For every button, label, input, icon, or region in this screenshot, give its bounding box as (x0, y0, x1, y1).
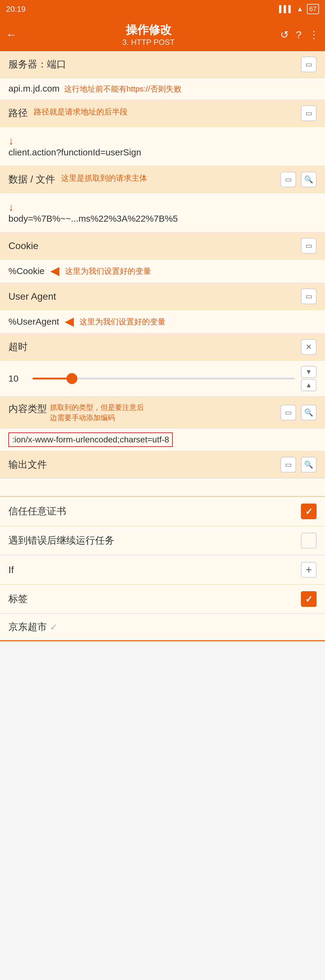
if-row[interactable]: If + (0, 555, 325, 585)
data-arrow-area: ↓ (8, 201, 317, 213)
trust-cert-row[interactable]: 信任任意证书 (0, 497, 325, 526)
useragent-icon-btn[interactable]: ▭ (301, 288, 317, 304)
left-arrow-icon: ◀ (51, 265, 59, 277)
contenttype-annotation: 抓取到的类型，但是要注意后边需要手动添加编码 (50, 402, 146, 423)
useragent-label: User Agent (8, 291, 56, 302)
header: ← 操作修改 3. HTTP POST ↺ ? ⋮ (0, 18, 325, 51)
path-arrow-area: ↓ (8, 135, 317, 147)
signal-icon: ▌▌▌ (279, 5, 293, 13)
path-icon-btn[interactable]: ▭ (301, 105, 317, 121)
slider-thumb[interactable] (67, 373, 77, 384)
outputfile-label: 输出文件 (8, 458, 47, 471)
cookie-label: Cookie (8, 240, 38, 251)
timeout-value: 10 (8, 374, 27, 384)
stepper-down-btn[interactable]: ▼ (301, 366, 317, 378)
path-value: client.action?functionId=userSign (8, 147, 141, 157)
tag-check-icon: ✓ (50, 622, 57, 632)
tags-label: 标签 (8, 592, 28, 606)
useragent-annotation: 这里为我们设置好的变量 (79, 317, 165, 327)
back-button[interactable]: ← (6, 28, 17, 41)
more-button[interactable]: ⋮ (309, 29, 319, 41)
data-label-area: 数据 / 文件 这里是抓取到的请求主体 (8, 173, 147, 186)
status-bar: 20:19 ▌▌▌ ▲ 67 (0, 0, 325, 18)
stepper-up-btn[interactable]: ▲ (301, 379, 317, 391)
contenttype-icons: ▭ 🔍 (281, 405, 317, 420)
outputfile-input-row[interactable] (0, 478, 325, 496)
data-label: 数据 / 文件 (8, 173, 55, 186)
header-title-area: 操作修改 3. HTTP POST (23, 22, 274, 47)
tag-value: 京东超市 (8, 620, 47, 634)
cookie-icon-btn[interactable]: ▭ (301, 238, 317, 254)
status-bar-right: ▌▌▌ ▲ 67 (279, 4, 319, 14)
outputfile-search-btn[interactable]: 🔍 (301, 457, 317, 473)
slider-track[interactable] (33, 378, 295, 379)
useragent-input-row[interactable]: %UserAgent ◀ 这里为我们设置好的变量 (0, 310, 325, 334)
time: 20:19 (6, 5, 25, 14)
main-content: 服务器：端口 ▭ api.m.jd.com 这行地址前不能有https://否则… (0, 51, 325, 641)
outputfile-icons: ▭ 🔍 (281, 457, 317, 473)
contenttype-search-btn[interactable]: 🔍 (301, 405, 317, 420)
contenttype-label-area: 内容类型 抓取到的类型，但是要注意后边需要手动添加编码 (8, 402, 146, 423)
server-icon-btn[interactable]: ▭ (301, 57, 317, 72)
data-input-row[interactable]: ↓ body=%7B%~~...ms%22%3A%22%7B%5 (0, 193, 325, 232)
cookie-section-label: Cookie ▭ (0, 232, 325, 259)
server-input-row[interactable]: api.m.jd.com 这行地址前不能有https://否则失败 (0, 78, 325, 100)
server-label: 服务器：端口 (8, 58, 66, 71)
contenttype-section-label: 内容类型 抓取到的类型，但是要注意后边需要手动添加编码 ▭ 🔍 (0, 397, 325, 428)
data-section-label: 数据 / 文件 这里是抓取到的请求主体 ▭ 🔍 (0, 166, 325, 193)
continue-on-error-label: 遇到错误后继续运行任务 (8, 534, 114, 547)
tags-row[interactable]: 标签 (0, 585, 325, 614)
useragent-icons: ▭ (301, 288, 317, 304)
contenttype-label: 内容类型 (8, 402, 47, 415)
header-actions: ↺ ? ⋮ (280, 29, 319, 41)
useragent-left-arrow-icon: ◀ (65, 315, 73, 328)
timeout-icons: ✕ (301, 339, 317, 355)
battery-indicator: 67 (307, 4, 319, 14)
data-annotation: 这里是抓取到的请求主体 (61, 173, 147, 183)
path-section-label: 路径 路径就是请求地址的后半段 ▭ (0, 100, 325, 127)
data-down-arrow-icon: ↓ (8, 201, 14, 213)
useragent-value: %UserAgent (8, 317, 59, 327)
trust-cert-label: 信任任意证书 (8, 505, 66, 518)
continue-on-error-checkbox[interactable] (301, 533, 317, 549)
trust-cert-checkbox[interactable] (301, 504, 317, 519)
timeout-section-label: 超时 ✕ (0, 334, 325, 361)
cookie-icons: ▭ (301, 238, 317, 254)
outputfile-file-btn[interactable]: ▭ (281, 457, 296, 473)
data-search-btn[interactable]: 🔍 (301, 172, 317, 187)
data-value: body=%7B%~~...ms%22%3A%22%7B%5 (8, 213, 178, 223)
server-section-label: 服务器：端口 ▭ (0, 51, 325, 78)
contenttype-file-btn[interactable]: ▭ (281, 405, 296, 420)
server-value: api.m.jd.com (8, 83, 60, 93)
continue-on-error-row[interactable]: 遇到错误后继续运行任务 (0, 526, 325, 555)
if-label: If (8, 565, 14, 576)
tags-checkbox[interactable] (301, 591, 317, 607)
timeout-label: 超时 (8, 340, 28, 353)
help-button[interactable]: ? (296, 29, 301, 41)
server-annotation: 这行地址前不能有https://否则失败 (64, 84, 181, 93)
cookie-value: %Cookie (8, 266, 44, 276)
cookie-input-row[interactable]: %Cookie ◀ 这里为我们设置好的变量 (0, 259, 325, 283)
outputfile-section-label: 输出文件 ▭ 🔍 (0, 452, 325, 478)
wifi-icon: ▲ (297, 5, 303, 13)
stepper-buttons: ▼ ▲ (301, 366, 317, 391)
contenttype-input-row[interactable]: :ion/x-www-form-urlencoded;charset=utf-8 (0, 428, 325, 452)
down-arrow-icon: ↓ (8, 135, 14, 147)
timeout-slider-row[interactable]: 10 ▼ ▲ (0, 361, 325, 397)
path-icons: ▭ (301, 105, 317, 121)
data-file-btn[interactable]: ▭ (281, 172, 296, 187)
tag-value-row[interactable]: 京东超市 ✓ (0, 614, 325, 641)
if-add-button[interactable]: + (301, 562, 317, 578)
path-annotation: 路径就是请求地址的后半段 (34, 107, 128, 117)
reset-button[interactable]: ↺ (280, 29, 289, 41)
timeout-icon-btn[interactable]: ✕ (301, 339, 317, 355)
path-input-row[interactable]: ↓ client.action?functionId=userSign (0, 127, 325, 166)
cookie-annotation: 这里为我们设置好的变量 (65, 266, 151, 277)
slider-fill (33, 378, 72, 379)
path-label: 路径 (8, 107, 28, 120)
server-icons: ▭ (301, 57, 317, 72)
page-subtitle: 3. HTTP POST (23, 38, 274, 47)
useragent-section-label: User Agent ▭ (0, 283, 325, 310)
page-title: 操作修改 (23, 22, 274, 38)
data-icons: ▭ 🔍 (281, 172, 317, 187)
